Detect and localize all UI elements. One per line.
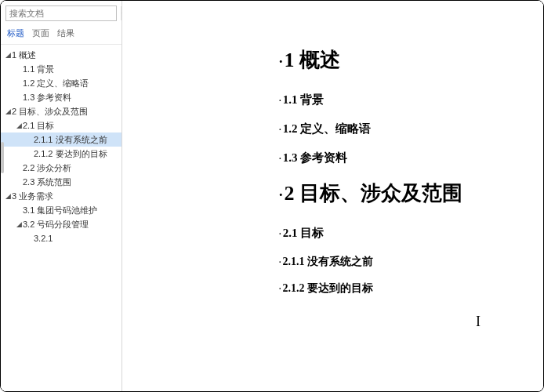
nav-tabs: 标题 页面 结果 — [1, 24, 121, 45]
search-box[interactable] — [5, 5, 117, 21]
scrollbar-thumb[interactable] — [1, 142, 4, 173]
tree-label: 1.3 参考资料 — [23, 90, 118, 104]
tree-item[interactable]: ◢3 业务需求 — [1, 189, 121, 203]
tree-item-selected[interactable]: 2.1.1 没有系统之前 — [1, 132, 121, 147]
tree-item[interactable]: 1.3 参考资料 — [1, 90, 121, 104]
tree-item[interactable]: 2.3 系统范围 — [1, 175, 121, 189]
collapse-icon[interactable]: ◢ — [4, 189, 12, 203]
heading-1: 1 概述 — [279, 46, 543, 74]
tree-label: 1.2 定义、缩略语 — [23, 76, 118, 90]
outline-tree: ◢1 概述 1.1 背景 1.2 定义、缩略语 1.3 参考资料 ◢2 目标、涉… — [1, 45, 121, 391]
tree-item[interactable]: 2.1.2 要达到的目标 — [1, 147, 121, 161]
tree-label: 1 概述 — [12, 48, 118, 62]
tree-item[interactable]: ◢2.1 目标 — [1, 118, 121, 132]
document-area[interactable]: 1 概述 1.1 背景 1.2 定义、缩略语 1.3 参考资料 2 目标、涉众及… — [122, 1, 543, 391]
collapse-icon[interactable]: ◢ — [4, 104, 12, 118]
tab-headings[interactable]: 标题 — [7, 27, 24, 39]
text-cursor-icon: I — [476, 314, 481, 330]
heading-2: 1.1 背景 — [279, 93, 543, 107]
search-container — [1, 1, 121, 24]
collapse-icon[interactable]: ◢ — [4, 48, 12, 62]
navigation-pane: 标题 页面 结果 ◢1 概述 1.1 背景 1.2 定义、缩略语 1.3 参考资… — [1, 1, 122, 391]
tree-label: 2.1.2 要达到的目标 — [34, 147, 118, 161]
tree-item[interactable]: ◢1 概述 — [1, 48, 121, 62]
heading-3: 2.1.2 要达到的目标 — [279, 281, 543, 296]
tree-item[interactable]: 3.1 集团号码池维护 — [1, 203, 121, 217]
tree-item[interactable]: 1.1 背景 — [1, 62, 121, 76]
tree-label: 2.2 涉众分析 — [23, 161, 118, 175]
collapse-icon[interactable]: ◢ — [15, 118, 23, 132]
tab-results[interactable]: 结果 — [57, 27, 74, 39]
tree-label: 3.1 集团号码池维护 — [23, 203, 118, 217]
tab-pages[interactable]: 页面 — [32, 27, 49, 39]
tree-item[interactable]: 3.2.1 — [1, 231, 121, 245]
tree-label: 2.1.1 没有系统之前 — [34, 132, 118, 147]
tree-item[interactable]: 1.2 定义、缩略语 — [1, 76, 121, 90]
tree-label: 3.2 号码分段管理 — [23, 217, 118, 231]
tree-label: 3 业务需求 — [12, 189, 118, 203]
tree-item[interactable]: ◢2 目标、涉众及范围 — [1, 104, 121, 118]
tree-label: 2 目标、涉众及范围 — [12, 104, 118, 118]
tree-label: 2.1 目标 — [23, 118, 118, 132]
page-content: 1 概述 1.1 背景 1.2 定义、缩略语 1.3 参考资料 2 目标、涉众及… — [161, 1, 543, 308]
search-input[interactable] — [6, 9, 121, 18]
tree-item[interactable]: ◢3.2 号码分段管理 — [1, 217, 121, 231]
tree-label: 3.2.1 — [34, 231, 118, 245]
heading-2: 1.2 定义、缩略语 — [279, 122, 543, 136]
collapse-icon[interactable]: ◢ — [15, 217, 23, 231]
heading-1: 2 目标、涉众及范围 — [279, 180, 543, 207]
heading-3: 2.1.1 没有系统之前 — [279, 255, 543, 269]
tree-item[interactable]: 2.2 涉众分析 — [1, 161, 121, 175]
heading-2: 2.1 目标 — [279, 226, 543, 241]
tree-label: 2.3 系统范围 — [23, 175, 118, 189]
tree-label: 1.1 背景 — [23, 62, 118, 76]
heading-2: 1.3 参考资料 — [279, 151, 543, 165]
